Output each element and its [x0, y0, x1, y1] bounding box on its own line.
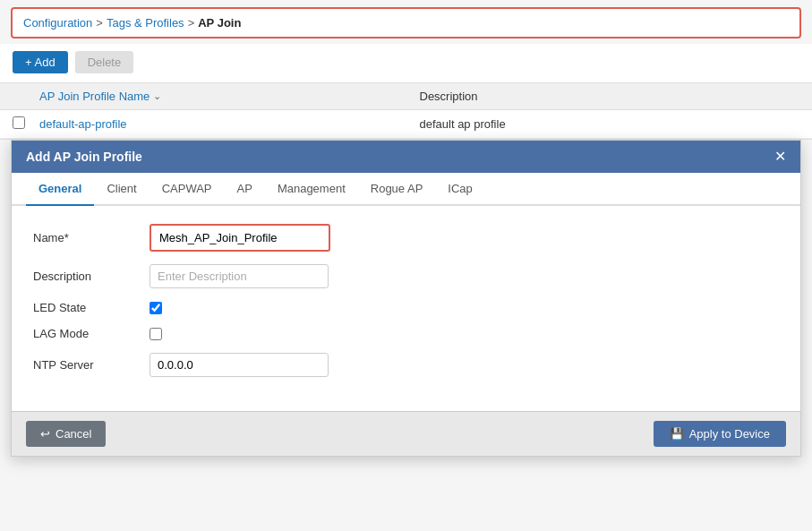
- cancel-icon: ↩: [40, 427, 50, 441]
- name-label: Name*: [33, 231, 150, 244]
- description-label: Description: [33, 270, 150, 283]
- ap-join-table: AP Join Profile Name ⌄ Description defau…: [0, 83, 812, 140]
- add-button[interactable]: + Add: [13, 51, 68, 73]
- description-input[interactable]: [150, 264, 329, 288]
- header-name-label: AP Join Profile Name: [39, 90, 150, 103]
- modal-close-button[interactable]: ✕: [774, 150, 786, 164]
- modal-form-body: Name* Description LED State LAG Mode: [12, 206, 800, 407]
- name-row: Name*: [33, 224, 779, 252]
- ntp-server-input[interactable]: [150, 353, 329, 377]
- apply-to-device-button[interactable]: 💾 Apply to Device: [654, 421, 786, 447]
- lag-mode-checkbox[interactable]: [150, 328, 162, 340]
- table-row: default-ap-profile default ap profile: [0, 110, 812, 139]
- lag-mode-label: LAG Mode: [33, 327, 150, 340]
- modal-title: Add AP Join Profile: [26, 150, 142, 164]
- breadcrumb-sep-1: >: [96, 16, 103, 30]
- row-description: default ap profile: [420, 117, 800, 131]
- apply-icon: 💾: [670, 427, 684, 441]
- header-description-col: Description: [420, 90, 800, 103]
- breadcrumb-ap-join: AP Join: [198, 16, 241, 30]
- cancel-button[interactable]: ↩ Cancel: [26, 421, 106, 447]
- tab-capwap[interactable]: CAPWAP: [150, 173, 225, 206]
- delete-button[interactable]: Delete: [75, 51, 134, 73]
- row-profile-name[interactable]: default-ap-profile: [39, 117, 420, 131]
- ntp-server-label: NTP Server: [33, 358, 150, 372]
- table-header: AP Join Profile Name ⌄ Description: [0, 83, 812, 110]
- toolbar: + Add Delete: [0, 44, 812, 83]
- tab-management[interactable]: Management: [265, 173, 358, 206]
- add-ap-join-modal: Add AP Join Profile ✕ General Client CAP…: [11, 140, 801, 457]
- name-field-wrapper: [150, 224, 330, 252]
- modal-tabs: General Client CAPWAP AP Management Rogu…: [12, 173, 800, 206]
- tab-icap[interactable]: ICap: [435, 173, 484, 206]
- tab-rogue-ap[interactable]: Rogue AP: [358, 173, 436, 206]
- breadcrumb-configuration[interactable]: Configuration: [23, 16, 92, 30]
- tab-ap[interactable]: AP: [225, 173, 265, 206]
- breadcrumb-tags-profiles[interactable]: Tags & Profiles: [107, 16, 184, 30]
- row-checkbox[interactable]: [13, 116, 39, 132]
- led-state-row: LED State: [33, 301, 779, 314]
- cancel-label: Cancel: [56, 427, 91, 441]
- breadcrumb-sep-2: >: [188, 16, 195, 30]
- led-state-label: LED State: [33, 301, 150, 314]
- sort-icon: ⌄: [153, 90, 161, 102]
- name-input[interactable]: [152, 227, 328, 249]
- header-name-col[interactable]: AP Join Profile Name ⌄: [39, 90, 420, 103]
- tab-general[interactable]: General: [26, 173, 94, 206]
- apply-label: Apply to Device: [689, 427, 770, 441]
- description-row: Description: [33, 264, 779, 288]
- tab-client[interactable]: Client: [94, 173, 149, 206]
- ntp-server-row: NTP Server: [33, 353, 779, 377]
- modal-footer: ↩ Cancel 💾 Apply to Device: [12, 411, 800, 456]
- lag-mode-row: LAG Mode: [33, 327, 779, 340]
- breadcrumb: Configuration > Tags & Profiles > AP Joi…: [11, 7, 801, 39]
- row-checkbox-input[interactable]: [13, 116, 25, 129]
- led-state-checkbox[interactable]: [150, 302, 162, 314]
- modal-header: Add AP Join Profile ✕: [12, 141, 800, 173]
